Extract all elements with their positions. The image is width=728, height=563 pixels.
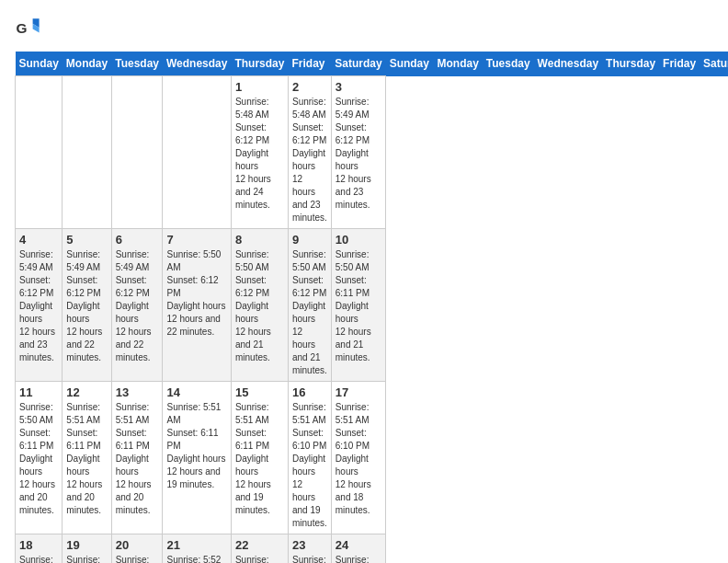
calendar-cell: 21 Sunrise: 5:52 AM Sunset: 6:09 PM Dayl… [163,534,231,564]
calendar-cell [16,76,63,229]
column-header-friday: Friday [659,52,700,76]
header-monday: Monday [63,52,111,76]
column-header-thursday: Thursday [602,52,659,76]
day-number: 8 [235,233,284,247]
svg-text:G: G [16,20,27,36]
calendar-cell: 15 Sunrise: 5:51 AM Sunset: 6:11 PM Dayl… [231,382,288,534]
column-header-tuesday: Tuesday [483,52,534,76]
calendar-cell: 13 Sunrise: 5:51 AM Sunset: 6:11 PM Dayl… [111,382,163,534]
day-info: Sunrise: 5:50 AM Sunset: 6:11 PM Dayligh… [336,248,381,364]
calendar-cell: 10 Sunrise: 5:50 AM Sunset: 6:11 PM Dayl… [331,229,385,382]
calendar-cell [163,76,231,229]
day-info: Sunrise: 5:48 AM Sunset: 6:12 PM Dayligh… [235,96,284,212]
day-number: 11 [19,385,58,399]
day-info: Sunrise: 5:50 AM Sunset: 6:12 PM Dayligh… [292,248,327,377]
day-number: 24 [336,538,381,552]
day-info: Sunrise: 5:49 AM Sunset: 6:12 PM Dayligh… [116,248,159,364]
calendar-cell: 12 Sunrise: 5:51 AM Sunset: 6:11 PM Dayl… [63,382,111,534]
calendar-cell [63,76,111,229]
day-number: 6 [116,233,159,247]
day-info: Sunrise: 5:49 AM Sunset: 6:12 PM Dayligh… [19,248,58,364]
column-header-monday: Monday [433,52,482,76]
day-info: Sunrise: 5:52 AM Sunset: 6:09 PM Dayligh… [166,554,226,563]
calendar-week-3: 11 Sunrise: 5:50 AM Sunset: 6:11 PM Dayl… [16,382,729,534]
column-header-saturday: Saturday [700,52,728,76]
general-blue-icon: G [15,15,40,40]
calendar-cell: 8 Sunrise: 5:50 AM Sunset: 6:12 PM Dayli… [231,229,288,382]
calendar-cell: 2 Sunrise: 5:48 AM Sunset: 6:12 PM Dayli… [288,76,331,229]
day-info: Sunrise: 5:51 AM Sunset: 6:11 PM Dayligh… [166,401,226,491]
day-info: Sunrise: 5:51 AM Sunset: 6:10 PM Dayligh… [66,554,107,563]
calendar-week-4: 18 Sunrise: 5:51 AM Sunset: 6:10 PM Dayl… [16,534,729,564]
calendar-cell: 9 Sunrise: 5:50 AM Sunset: 6:12 PM Dayli… [288,229,331,382]
calendar-cell: 14 Sunrise: 5:51 AM Sunset: 6:11 PM Dayl… [163,382,231,534]
day-number: 13 [116,385,159,399]
header-tuesday: Tuesday [111,52,163,76]
day-info: Sunrise: 5:52 AM Sunset: 6:09 PM Dayligh… [235,554,284,563]
day-number: 20 [116,538,159,552]
calendar-week-1: 1 Sunrise: 5:48 AM Sunset: 6:12 PM Dayli… [16,76,729,229]
day-info: Sunrise: 5:49 AM Sunset: 6:12 PM Dayligh… [66,248,107,364]
header-friday: Friday [288,52,331,76]
header-wednesday: Wednesday [163,52,231,76]
day-info: Sunrise: 5:50 AM Sunset: 6:12 PM Dayligh… [235,248,284,364]
calendar-cell: 6 Sunrise: 5:49 AM Sunset: 6:12 PM Dayli… [111,229,163,382]
day-number: 17 [336,385,381,399]
column-header-wednesday: Wednesday [534,52,602,76]
header-thursday: Thursday [231,52,288,76]
day-number: 7 [166,233,226,247]
calendar-cell: 20 Sunrise: 5:52 AM Sunset: 6:09 PM Dayl… [111,534,163,564]
calendar-cell: 7 Sunrise: 5:50 AM Sunset: 6:12 PM Dayli… [163,229,231,382]
day-info: Sunrise: 5:48 AM Sunset: 6:12 PM Dayligh… [292,96,327,224]
calendar-cell: 3 Sunrise: 5:49 AM Sunset: 6:12 PM Dayli… [331,76,385,229]
day-info: Sunrise: 5:52 AM Sunset: 6:08 PM Dayligh… [292,554,327,563]
day-info: Sunrise: 5:52 AM Sunset: 6:08 PM Dayligh… [336,554,381,563]
day-number: 15 [235,385,284,399]
day-number: 21 [166,538,226,552]
calendar-cell: 1 Sunrise: 5:48 AM Sunset: 6:12 PM Dayli… [231,76,288,229]
day-info: Sunrise: 5:51 AM Sunset: 6:10 PM Dayligh… [336,401,381,517]
calendar-cell: 16 Sunrise: 5:51 AM Sunset: 6:10 PM Dayl… [288,382,331,534]
header-saturday: Saturday [331,52,385,76]
calendar-week-2: 4 Sunrise: 5:49 AM Sunset: 6:12 PM Dayli… [16,229,729,382]
calendar-header-row: SundayMondayTuesdayWednesdayThursdayFrid… [16,52,729,76]
day-number: 10 [336,233,381,247]
day-number: 19 [66,538,107,552]
day-info: Sunrise: 5:51 AM Sunset: 6:11 PM Dayligh… [235,401,284,517]
day-number: 5 [66,233,107,247]
calendar-cell: 17 Sunrise: 5:51 AM Sunset: 6:10 PM Dayl… [331,382,385,534]
day-info: Sunrise: 5:50 AM Sunset: 6:11 PM Dayligh… [19,401,58,517]
day-number: 4 [19,233,58,247]
day-number: 1 [235,80,284,94]
calendar-cell: 18 Sunrise: 5:51 AM Sunset: 6:10 PM Dayl… [16,534,63,564]
day-info: Sunrise: 5:50 AM Sunset: 6:12 PM Dayligh… [166,248,226,339]
calendar-cell: 19 Sunrise: 5:51 AM Sunset: 6:10 PM Dayl… [63,534,111,564]
day-info: Sunrise: 5:51 AM Sunset: 6:11 PM Dayligh… [66,401,107,517]
calendar-cell: 23 Sunrise: 5:52 AM Sunset: 6:08 PM Dayl… [288,534,331,564]
page-header: G [15,15,713,40]
day-number: 23 [292,538,327,552]
day-info: Sunrise: 5:52 AM Sunset: 6:09 PM Dayligh… [116,554,159,563]
calendar-cell: 24 Sunrise: 5:52 AM Sunset: 6:08 PM Dayl… [331,534,385,564]
day-number: 3 [336,80,381,94]
day-number: 16 [292,385,327,399]
day-info: Sunrise: 5:49 AM Sunset: 6:12 PM Dayligh… [336,96,381,212]
day-info: Sunrise: 5:51 AM Sunset: 6:10 PM Dayligh… [292,401,327,530]
calendar-cell [111,76,163,229]
header-sunday: Sunday [16,52,63,76]
calendar-cell: 5 Sunrise: 5:49 AM Sunset: 6:12 PM Dayli… [63,229,111,382]
calendar-cell: 4 Sunrise: 5:49 AM Sunset: 6:12 PM Dayli… [16,229,63,382]
day-number: 18 [19,538,58,552]
column-header-sunday: Sunday [386,52,434,76]
calendar-cell: 11 Sunrise: 5:50 AM Sunset: 6:11 PM Dayl… [16,382,63,534]
day-number: 2 [292,80,327,94]
calendar-table: SundayMondayTuesdayWednesdayThursdayFrid… [15,52,728,563]
day-number: 12 [66,385,107,399]
calendar-cell: 22 Sunrise: 5:52 AM Sunset: 6:09 PM Dayl… [231,534,288,564]
day-number: 14 [166,385,226,399]
day-info: Sunrise: 5:51 AM Sunset: 6:10 PM Dayligh… [19,554,58,563]
day-number: 9 [292,233,327,247]
logo: G [15,15,44,40]
day-number: 22 [235,538,284,552]
day-info: Sunrise: 5:51 AM Sunset: 6:11 PM Dayligh… [116,401,159,517]
